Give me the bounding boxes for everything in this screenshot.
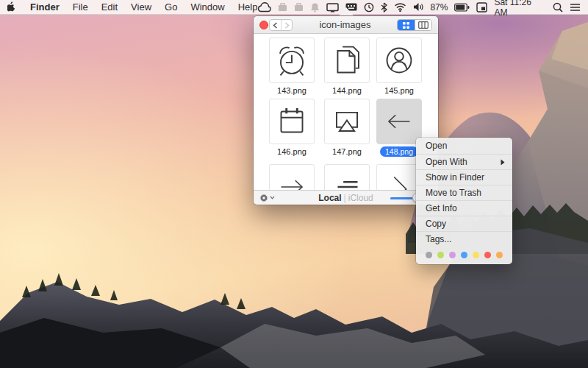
file-grid: 143.png 144.png 145.png	[254, 34, 438, 190]
calendar-icon	[270, 99, 314, 144]
spotlight-search-icon[interactable]	[553, 2, 563, 13]
action-gear-menu[interactable]	[259, 194, 275, 202]
column-view-button[interactable]	[415, 20, 431, 30]
submenu-arrow-icon	[501, 159, 505, 166]
file-cell[interactable]: 146.png	[269, 99, 315, 144]
file-cell[interactable]	[324, 164, 370, 190]
display-mirroring-icon[interactable]	[326, 2, 339, 13]
menu-bar: Finder File Edit View Go Window Help	[0, 0, 588, 15]
chevron-down-icon	[270, 196, 275, 199]
toggle-divider: |	[344, 193, 346, 203]
grid-view-button[interactable]	[398, 20, 415, 30]
popover-caret	[339, 7, 354, 15]
alarm-clock-icon	[270, 38, 314, 83]
file-cell[interactable]	[376, 164, 422, 190]
menu-help[interactable]: Help	[238, 1, 258, 13]
forward-button[interactable]	[281, 20, 292, 30]
menu-go[interactable]: Go	[165, 1, 177, 13]
arrow-left-icon	[377, 99, 421, 144]
window-footer: Local|iCloud	[254, 190, 438, 205]
tag-red[interactable]	[484, 252, 491, 258]
arrow-right-icon	[270, 164, 314, 190]
bell-icon-disabled[interactable]	[310, 2, 320, 13]
file-cell[interactable]: 145.png	[376, 38, 422, 83]
menu-item-move-to-trash[interactable]: Move to Trash	[416, 185, 512, 200]
file-label: 146.png	[264, 147, 320, 156]
battery-percent: 87%	[430, 2, 448, 13]
documents-icon	[325, 38, 369, 83]
context-menu: Open Open With Show in Finder Move to Tr…	[416, 138, 512, 264]
file-tile[interactable]	[269, 38, 315, 83]
menu-window[interactable]: Window	[190, 1, 224, 13]
case-icon-disabled[interactable]	[278, 2, 287, 12]
menu-item-show-in-finder[interactable]: Show in Finder	[416, 169, 512, 185]
menu-bar-clock[interactable]: Sat 11:26 AM	[494, 0, 546, 18]
battery-icon[interactable]	[454, 3, 470, 12]
file-tile[interactable]	[269, 164, 315, 190]
icloud-toggle[interactable]: iCloud	[348, 193, 373, 203]
menu-view[interactable]: View	[131, 1, 151, 13]
tag-purple[interactable]	[449, 252, 456, 258]
menu-item-open-with[interactable]: Open With	[416, 154, 512, 169]
tag-color-row	[416, 247, 512, 263]
file-tile[interactable]	[376, 38, 422, 83]
tag-gray[interactable]	[426, 252, 432, 258]
view-mode-control	[397, 19, 432, 31]
tag-yellow[interactable]	[473, 252, 479, 258]
menu-finder[interactable]: Finder	[30, 1, 60, 13]
icon-images-window: icon-images 143.png	[254, 16, 438, 205]
file-label: 144.png	[319, 86, 375, 95]
bluetooth-icon[interactable]	[381, 2, 387, 13]
volume-icon[interactable]	[413, 2, 423, 12]
menu-item-open[interactable]: Open	[416, 138, 512, 154]
chevron-right-icon	[377, 164, 421, 190]
file-tile-selected[interactable]	[376, 99, 422, 144]
menu-item-get-info[interactable]: Get Info	[416, 200, 512, 216]
menu-lines-icon	[325, 164, 369, 190]
menu-item-tags[interactable]: Tags...	[416, 231, 512, 247]
menu-edit[interactable]: Edit	[101, 1, 118, 13]
local-toggle[interactable]: Local	[318, 193, 341, 203]
file-cell[interactable]	[269, 164, 315, 190]
file-tile[interactable]	[324, 99, 370, 144]
file-cell[interactable]: 144.png	[324, 38, 370, 83]
file-cell[interactable]: 147.png	[324, 99, 370, 144]
file-label: 143.png	[264, 86, 320, 95]
close-button[interactable]	[259, 21, 268, 29]
tag-green[interactable]	[437, 252, 444, 258]
desktop: { "colors": { "accent_blue": "#2f7cf6", …	[0, 0, 588, 368]
file-cell[interactable]: 143.png	[269, 38, 315, 83]
app-window-icon[interactable]	[476, 2, 487, 13]
tag-orange[interactable]	[496, 252, 503, 258]
cloud-icon[interactable]	[257, 2, 271, 13]
time-machine-clock-icon[interactable]	[364, 2, 374, 13]
file-tile[interactable]	[269, 99, 315, 144]
menu-item-copy[interactable]: Copy	[416, 216, 512, 231]
airplay-icon	[325, 99, 369, 144]
menu-file[interactable]: File	[73, 1, 88, 13]
file-label: 145.png	[371, 86, 427, 95]
notification-center-icon[interactable]	[570, 3, 581, 12]
window-title: icon-images	[298, 16, 392, 34]
file-label: 147.png	[319, 147, 375, 156]
gear-icon	[259, 194, 268, 202]
file-cell[interactable]: 148.png	[376, 99, 422, 144]
case-icon-disabled[interactable]	[294, 2, 304, 12]
file-tile[interactable]	[324, 164, 370, 190]
back-button[interactable]	[270, 20, 281, 30]
window-titlebar[interactable]: icon-images	[254, 16, 438, 34]
tag-blue[interactable]	[461, 252, 467, 258]
contact-person-icon	[377, 38, 421, 83]
wifi-icon[interactable]	[394, 2, 406, 12]
file-tile[interactable]	[324, 38, 370, 83]
history-nav-control	[269, 19, 293, 31]
apple-menu-icon[interactable]	[7, 1, 17, 13]
file-tile[interactable]	[376, 164, 422, 190]
